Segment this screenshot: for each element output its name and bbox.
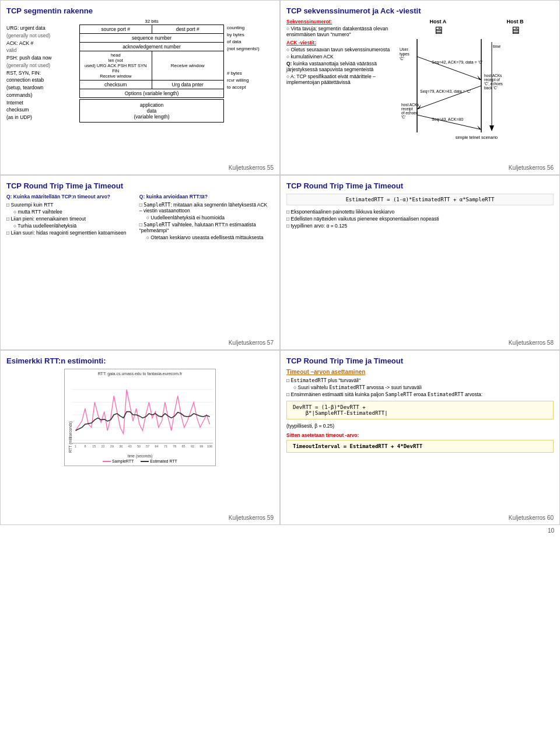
svg-text:8: 8 [84, 445, 86, 448]
bits-label: 32 bits [79, 19, 224, 24]
label-urg: URG: urgent data [6, 25, 76, 32]
rtt-right-2: Uudelleenlähetyksiä ei huomioida [146, 215, 268, 221]
rtt58-item-2: Edellisten näytteiden vaikutus pienenee … [286, 216, 554, 222]
label-psh: PSH: push data now [6, 54, 76, 62]
rtt-item-5: Liian suuri: hidas reagointi segmenttien… [6, 230, 135, 236]
then-label: Sitten asetetaan timeout -arvo: [286, 432, 554, 438]
bytes-label: # bytesrcvr willingto accept [227, 70, 274, 91]
svg-text:host ACKs: host ACKs [484, 74, 502, 78]
app-data: applicationdata(variable length) [79, 99, 224, 123]
svg-text:106: 106 [207, 445, 212, 448]
slide-55: TCP segmentin rakenne URG: urgent data (… [0, 0, 280, 175]
rtt-right-3: SampleRTT vaihtelee, halutaan RTT:n esti… [139, 222, 268, 233]
svg-text:types: types [400, 52, 410, 57]
label-psh-sub: (generally not used) [6, 62, 76, 69]
host-b-label: Host B 🖥 [506, 19, 523, 37]
ack-item-1: Oletus seuraavan tavun sekvenssinumerost… [286, 47, 397, 53]
slide-59-number: Kuljetuskerros 59 [229, 515, 274, 521]
label-rst-cmd: commands) [6, 92, 76, 99]
checksum-field: checksum [80, 81, 152, 89]
svg-text:50: 50 [137, 445, 141, 448]
svg-text:57: 57 [146, 445, 149, 448]
svg-text:99: 99 [200, 445, 203, 448]
slide-58-title: TCP Round Trip Time ja Timeout [286, 181, 554, 190]
label-ack: ACK: ACK # [6, 40, 76, 47]
svg-text:15: 15 [92, 445, 96, 448]
svg-text:'C': 'C' [401, 115, 405, 119]
svg-marker-6 [477, 75, 481, 80]
svg-text:'C', echoes: 'C', echoes [484, 82, 503, 86]
slide-59-title: Esimerkki RTT:n estimointi: [6, 356, 274, 365]
options: Options (variable length) [80, 89, 224, 98]
a-label: A: TCP spesifikaatiot eivät määrittele –… [286, 74, 397, 85]
slide-57-number: Kuljetuskerros 57 [229, 340, 274, 346]
timeout-item-3: Ensimmäinen estimaatti siitä kuinka palj… [286, 391, 554, 397]
svg-text:Seq=43, ACK=80: Seq=43, ACK=80 [432, 117, 463, 122]
source-port: source port # [80, 25, 152, 34]
svg-text:22: 22 [102, 445, 105, 448]
slide-55-number: Kuljetuskerros 55 [229, 165, 274, 171]
svg-text:of echoed: of echoed [401, 111, 418, 115]
svg-text:Seq=79, ACK=43, data = 'C': Seq=79, ACK=43, data = 'C' [420, 89, 471, 94]
q-label: Q: kuinka vastaanottaja selviää väärässä… [286, 61, 397, 72]
ack-item-2: kumulatiivinen ACK [286, 54, 397, 60]
label-rst-conn: connection estab [6, 76, 76, 84]
seq-number: sequence number [80, 34, 224, 43]
timeout-interval-formula: TimeoutInterval = EstimatedRTT + 4*DevRT… [286, 440, 554, 453]
rtt58-item-1: Eksponentiaalinen painotettu liikkuva ke… [286, 209, 554, 215]
ack-number: acknowledgement number [80, 43, 224, 51]
svg-marker-15 [489, 125, 494, 131]
slide-57-title: TCP Round Trip Time ja Timeout [6, 181, 274, 190]
x-axis-label: time (seconds) [67, 454, 213, 458]
host-a-label: Host A 🖥 [430, 19, 447, 37]
svg-text:Seq=42, ACK=79, data = 'C': Seq=42, ACK=79, data = 'C' [432, 60, 482, 65]
slide-60: TCP Round Trip Time ja Timeout Timeout –… [280, 350, 560, 525]
label-urg-sub: (generally not used) [6, 32, 76, 40]
slide-58: TCP Round Trip Time ja Timeout Estimated… [280, 175, 560, 350]
slide-59: Esimerkki RTT:n estimointi: RTT: gaia.cs… [0, 350, 280, 525]
svg-text:78: 78 [173, 445, 176, 448]
legend-sample-label: SampleRTT [112, 459, 134, 463]
svg-text:back 'C': back 'C' [484, 86, 498, 90]
legend-sample: SampleRTT [103, 459, 134, 463]
slide-57: TCP Round Trip Time ja Timeout Q: Kuinka… [0, 175, 280, 350]
svg-text:64: 64 [155, 445, 159, 448]
rtt-item-3: Liian pieni: ennenaikainen timeout [6, 216, 135, 222]
timeout-item-2: Suuri vaihtelu EstimatedRTT arvossa -> s… [293, 384, 554, 390]
telnet-diagram: User types 'C' Seq=42, ACK=79, data = 'C… [400, 39, 554, 132]
svg-text:User: User [400, 47, 408, 51]
svg-text:time: time [493, 44, 501, 48]
estimated-rtt-formula: EstimatedRTT = (1-α)*EstimatedRTT + α*Sa… [286, 194, 554, 205]
svg-text:43: 43 [128, 445, 132, 448]
chart-wrapper: RTT: gaia.cs.umass.edu to fantasia.eurec… [6, 369, 274, 466]
svg-text:1: 1 [75, 445, 76, 448]
seq-item-1: Virta tavuja; segmentin datakentässä ole… [286, 26, 397, 37]
q1-label: Q: Kuinka määritellään TCP:n timeout arv… [6, 194, 135, 200]
rtt-chart-svg: 150 200 250 300 350 1 [72, 377, 213, 453]
svg-text:71: 71 [164, 445, 167, 448]
label-rst: RST, SYN, FIN: [6, 69, 76, 77]
beta-label: (tyypillisesti, β = 0.25) [286, 423, 554, 429]
svg-text:29: 29 [110, 445, 114, 448]
slide-56: TCP sekvenssinumerot ja Ack -viestit Sek… [280, 0, 560, 175]
rcv-window: Receive window [152, 51, 224, 81]
slide-60-title: TCP Round Trip Time ja Timeout [286, 356, 554, 365]
ack-label: ACK -viestit: [286, 40, 397, 46]
formula1a: DevRTT = (1-β)*DevRTT + [293, 404, 366, 410]
page-number: 10 [0, 525, 560, 536]
label-ack-valid: valid [6, 47, 76, 54]
svg-text:92: 92 [191, 445, 194, 448]
dest-port: dest port # [152, 25, 224, 34]
page: TCP segmentin rakenne URG: urgent data (… [0, 0, 560, 525]
rtt-right-1: SampleRTT: mitataan aika segmentin lähet… [139, 202, 268, 214]
scenario-label: simple telnet scenario [400, 135, 554, 140]
label-internet: Internet [6, 99, 76, 107]
chart-title: RTT: gaia.cs.umass.edu to fantasia.eurec… [67, 372, 213, 376]
slide-56-title: TCP sekvenssinumerot ja Ack -viestit [286, 6, 554, 15]
y-axis-label: RTT (milliseconds) [67, 377, 72, 453]
svg-text:85: 85 [182, 445, 186, 448]
timeout-item-1: EstimatedRTT plus "turvaväli" [286, 377, 554, 383]
dev-rtt-formula: DevRTT = (1-β)*DevRTT + β*|SampleRTT-Est… [286, 401, 554, 419]
legend-estimated-label: Estimated RTT [150, 459, 177, 463]
slide-56-number: Kuljetuskerros 56 [509, 165, 554, 171]
